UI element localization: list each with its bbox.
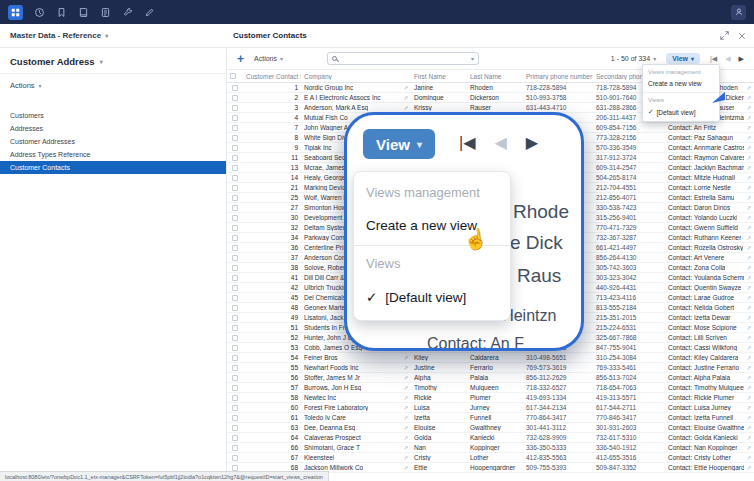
header-customer-contact-id[interactable]: Customer Contact ID: [243, 73, 301, 80]
row-checkbox[interactable]: [232, 265, 238, 271]
open-record-icon[interactable]: ↗: [746, 115, 751, 121]
open-record-icon[interactable]: ↗: [746, 365, 751, 371]
row-checkbox[interactable]: [232, 315, 238, 321]
first-page-icon[interactable]: |◀: [459, 133, 475, 152]
open-record-icon[interactable]: ↗: [746, 275, 751, 281]
documentation-icon[interactable]: [78, 7, 89, 18]
open-record-icon[interactable]: ↗: [746, 375, 751, 381]
open-record-icon[interactable]: ↗: [403, 95, 408, 101]
open-record-icon[interactable]: ↗: [746, 205, 751, 211]
open-record-icon[interactable]: ↗: [403, 395, 408, 401]
open-record-icon[interactable]: ↗: [746, 395, 751, 401]
user-icon[interactable]: [731, 5, 746, 20]
row-checkbox[interactable]: [232, 225, 238, 231]
close-icon[interactable]: [738, 32, 746, 40]
bookmark-icon[interactable]: [56, 7, 67, 18]
table-row[interactable]: 54Feiner Bros↗KileyCaldarera310-498-5651…: [227, 353, 754, 363]
create-new-view-item[interactable]: Create a new view: [643, 77, 719, 90]
edit-icon[interactable]: [144, 7, 155, 18]
first-page-icon[interactable]: |◀: [710, 55, 717, 63]
open-record-icon[interactable]: ↗: [403, 445, 408, 451]
row-checkbox[interactable]: [232, 235, 238, 241]
table-row[interactable]: 64Calaveras Prospect↗GoldaKaniecki732-62…: [227, 433, 754, 443]
history-icon[interactable]: [34, 7, 45, 18]
row-checkbox[interactable]: [232, 295, 238, 301]
table-row[interactable]: 60Forest Fire Laboratory↗LuisaJurney617-…: [227, 403, 754, 413]
default-view-item[interactable]: ✓ [Default view]: [643, 105, 719, 119]
open-record-icon[interactable]: ↗: [746, 295, 751, 301]
open-record-icon[interactable]: ↗: [746, 265, 751, 271]
row-checkbox[interactable]: [232, 445, 238, 451]
row-checkbox[interactable]: [232, 215, 238, 221]
sidebar-item-customer-contacts[interactable]: Customer Contacts: [0, 161, 226, 174]
open-record-icon[interactable]: ↗: [746, 445, 751, 451]
row-checkbox[interactable]: [232, 355, 238, 361]
sidebar-item-customers[interactable]: Customers: [0, 109, 226, 122]
row-checkbox[interactable]: [232, 275, 238, 281]
row-checkbox[interactable]: [232, 145, 238, 151]
open-record-icon[interactable]: ↗: [746, 305, 751, 311]
row-checkbox[interactable]: [232, 455, 238, 461]
apps-grid-icon[interactable]: [8, 5, 23, 20]
row-checkbox[interactable]: [232, 185, 238, 191]
view-button[interactable]: View ▾: [666, 53, 700, 64]
open-record-icon[interactable]: ↗: [403, 385, 408, 391]
open-record-icon[interactable]: ↗: [403, 355, 408, 361]
row-checkbox[interactable]: [232, 385, 238, 391]
open-record-icon[interactable]: ↗: [746, 345, 751, 351]
open-record-icon[interactable]: ↗: [746, 355, 751, 361]
row-checkbox[interactable]: [232, 125, 238, 131]
open-record-icon[interactable]: ↗: [746, 245, 751, 251]
open-record-icon[interactable]: ↗: [746, 95, 751, 101]
open-record-icon[interactable]: ↗: [746, 255, 751, 261]
row-checkbox[interactable]: [232, 345, 238, 351]
next-page-icon[interactable]: ▶: [739, 55, 744, 63]
open-record-icon[interactable]: ↗: [746, 315, 751, 321]
row-checkbox[interactable]: [232, 175, 238, 181]
row-checkbox[interactable]: [232, 415, 238, 421]
default-view-item[interactable]: ✓ [Default view]: [354, 279, 510, 315]
expand-icon[interactable]: [720, 31, 729, 40]
header-primary-phone[interactable]: Primary phone number: [523, 73, 593, 80]
header-company[interactable]: Company: [301, 73, 411, 80]
row-checkbox[interactable]: [232, 255, 238, 261]
row-checkbox[interactable]: [232, 365, 238, 371]
table-row[interactable]: 66Shimotani, Grace T↗NanKoppinger336-350…: [227, 443, 754, 453]
add-record-icon[interactable]: +: [237, 53, 244, 65]
row-checkbox[interactable]: [232, 335, 238, 341]
workspace-selector[interactable]: Master Data - Reference ▾: [10, 31, 108, 40]
open-record-icon[interactable]: ↗: [403, 105, 408, 111]
row-checkbox[interactable]: [232, 245, 238, 251]
open-record-icon[interactable]: ↗: [403, 85, 408, 91]
table-row[interactable]: 56Stoffer, James M Jr↗AlphaPalaia856-312…: [227, 373, 754, 383]
table-row[interactable]: 67Kleensteel↗CristyLother412-835-5563412…: [227, 453, 754, 463]
sidebar-actions-dropdown[interactable]: Actions ▾: [0, 74, 226, 97]
sidebar-item-address-types-reference[interactable]: Address Types Reference: [0, 148, 226, 161]
open-record-icon[interactable]: ↗: [403, 455, 408, 461]
open-record-icon[interactable]: ↗: [746, 125, 751, 131]
table-row[interactable]: 58Newtec Inc↗RickiePlumer419-693-1334419…: [227, 393, 754, 403]
next-page-icon[interactable]: ▶: [526, 133, 538, 152]
window-selector[interactable]: Customer Address ▾: [0, 48, 226, 74]
open-record-icon[interactable]: ↗: [403, 365, 408, 371]
row-checkbox[interactable]: [232, 155, 238, 161]
table-row[interactable]: 55Newhart Foods Inc↗JustineFerrario769-5…: [227, 363, 754, 373]
row-checkbox[interactable]: [232, 405, 238, 411]
open-record-icon[interactable]: ↗: [746, 165, 751, 171]
open-record-icon[interactable]: ↗: [746, 225, 751, 231]
row-checkbox[interactable]: [232, 85, 238, 91]
row-checkbox[interactable]: [232, 425, 238, 431]
row-checkbox[interactable]: [232, 285, 238, 291]
open-record-icon[interactable]: ↗: [746, 235, 751, 241]
open-record-icon[interactable]: ↗: [746, 385, 751, 391]
previous-page-icon[interactable]: ◀: [494, 133, 506, 152]
open-record-icon[interactable]: ↗: [746, 155, 751, 161]
row-checkbox[interactable]: [232, 95, 238, 101]
open-record-icon[interactable]: ↗: [403, 415, 408, 421]
open-record-icon[interactable]: ↗: [746, 285, 751, 291]
row-checkbox[interactable]: [232, 135, 238, 141]
row-checkbox[interactable]: [232, 205, 238, 211]
row-checkbox[interactable]: [232, 165, 238, 171]
row-checkbox[interactable]: [232, 465, 238, 471]
table-row[interactable]: 63Dee, Deanna Esq↗ElouiseGwalthney301-44…: [227, 423, 754, 433]
